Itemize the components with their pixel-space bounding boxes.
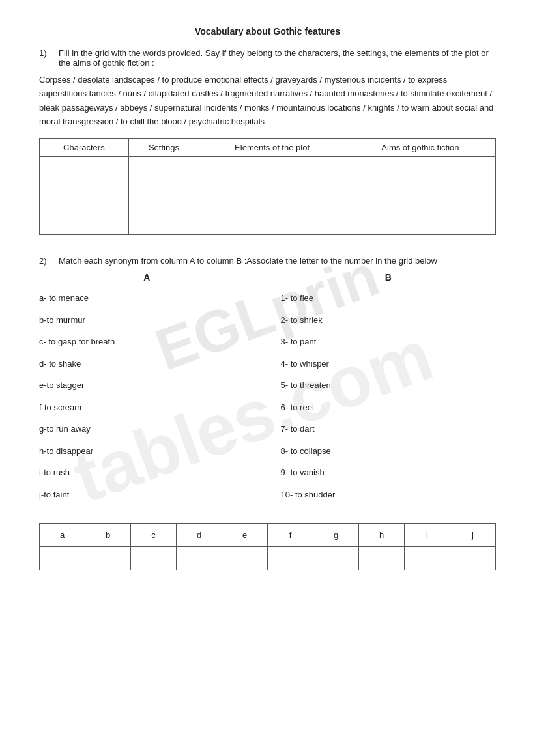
list-item: 1- to flee (281, 292, 497, 305)
col-b-header: B (281, 272, 497, 283)
answer-col-i: i (405, 524, 450, 547)
list-item: e-to stagger (39, 379, 255, 392)
answer-col-h: h (359, 524, 405, 547)
answer-col-g: g (313, 524, 359, 547)
cell-aims[interactable] (345, 156, 495, 234)
answer-cell-e[interactable] (222, 547, 268, 570)
col-a-header: A (39, 272, 255, 283)
answer-cell-d[interactable] (177, 547, 222, 570)
answer-cell-j[interactable] (450, 547, 496, 570)
list-item: a- to menace (39, 292, 255, 305)
cell-characters[interactable] (40, 156, 129, 234)
section-2-instruction: 2) Match each synonym from column A to c… (39, 255, 496, 268)
list-item: 10- to shudder (281, 488, 497, 501)
col-header-aims: Aims of gothic fiction (345, 138, 495, 156)
answer-col-b: b (85, 524, 131, 547)
section-1-instruction: 1) Fill in the grid with the words provi… (39, 48, 496, 68)
list-item: j-to faint (39, 488, 255, 501)
list-item: 3- to pant (281, 335, 497, 348)
synonym-columns: A a- to menace b-to murmur c- to gasp fo… (39, 272, 496, 510)
answer-cell-g[interactable] (313, 547, 359, 570)
answer-cell-f[interactable] (268, 547, 313, 570)
list-item: 7- to dart (281, 423, 497, 436)
answer-cell-h[interactable] (359, 547, 405, 570)
list-item: 2- to shriek (281, 314, 497, 327)
answer-col-j: j (450, 524, 496, 547)
list-item: 6- to reel (281, 401, 497, 414)
vocab-grid: Characters Settings Elements of the plot… (39, 138, 496, 235)
answer-cell-b[interactable] (85, 547, 131, 570)
section-1-number: 1) (39, 48, 55, 68)
page-title: Vocabulary about Gothic features (39, 26, 496, 36)
section-2-text: Match each synonym from column A to colu… (59, 255, 437, 268)
section-1-text: Fill in the grid with the words provided… (59, 48, 496, 68)
list-item: f-to scream (39, 401, 255, 414)
col-header-settings: Settings (128, 138, 199, 156)
cell-elements[interactable] (199, 156, 345, 234)
list-item: g-to run away (39, 423, 255, 436)
list-item: 5- to threaten (281, 379, 497, 392)
answer-col-d: d (177, 524, 222, 547)
col-header-elements: Elements of the plot (199, 138, 345, 156)
section-1: 1) Fill in the grid with the words provi… (39, 48, 496, 235)
word-list: Corpses / desolate landscapes / to produ… (39, 73, 496, 129)
answer-col-c: c (131, 524, 177, 547)
list-item: b-to murmur (39, 314, 255, 327)
section-2-number: 2) (39, 255, 55, 268)
list-item: c- to gasp for breath (39, 335, 255, 348)
list-item: h-to disappear (39, 445, 255, 458)
answer-col-e: e (222, 524, 268, 547)
list-item: 4- to whisper (281, 357, 497, 371)
column-a: A a- to menace b-to murmur c- to gasp fo… (39, 272, 268, 510)
answer-col-a: a (40, 524, 85, 547)
list-item: 9- to vanish (281, 466, 497, 479)
answer-grid: a b c d e f g h i j (39, 523, 496, 570)
answer-cell-c[interactable] (131, 547, 177, 570)
section-2: 2) Match each synonym from column A to c… (39, 255, 496, 571)
list-item: 8- to collapse (281, 445, 497, 458)
answer-col-f: f (268, 524, 313, 547)
list-item: d- to shake (39, 357, 255, 371)
column-b: B 1- to flee 2- to shriek 3- to pant 4- … (268, 272, 497, 510)
cell-settings[interactable] (128, 156, 199, 234)
list-item: i-to rush (39, 466, 255, 479)
col-header-characters: Characters (40, 138, 129, 156)
answer-cell-a[interactable] (40, 547, 85, 570)
answer-cell-i[interactable] (405, 547, 450, 570)
